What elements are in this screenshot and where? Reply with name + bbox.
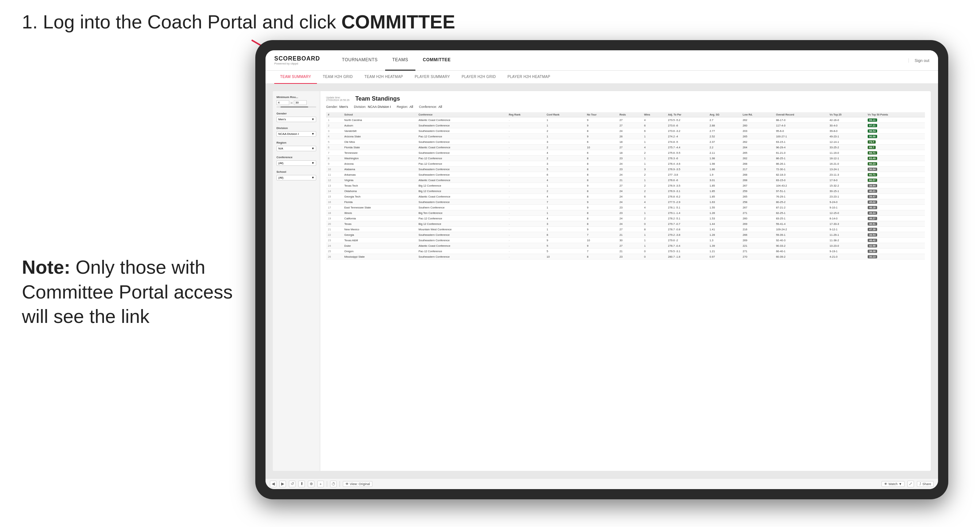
chevron-down-icon: ▼ (312, 162, 314, 165)
division-select[interactable]: NCAA Division I ▼ (277, 131, 316, 137)
cell-avg-sg: 1.85 (708, 189, 741, 194)
cell-vs50: 47.38 (866, 227, 925, 232)
cell-vs50: 48.42 (866, 238, 925, 243)
table-row[interactable]: 22 Georgia Southeastern Conference - 8 7… (326, 232, 925, 238)
add-icon[interactable]: + (317, 481, 324, 487)
cell-conf-rank: 4 (545, 194, 585, 199)
nav-committee[interactable]: COMMITTEE (415, 50, 458, 71)
cell-vs50: 68.71 (866, 150, 925, 156)
update-info: Update time: 27/03/2024 16:56:26 (326, 96, 349, 101)
conference-filter-label: Conference: (419, 105, 437, 109)
cell-rank: 4 (326, 134, 342, 139)
table-row[interactable]: 8 Washington Pac-12 Conference - 2 8 23 … (326, 156, 925, 161)
table-row[interactable]: 20 Texas Big 12 Conference - 3 8 24 0 27… (326, 221, 925, 227)
table-row[interactable]: 11 Arkansas Southeastern Conference - 6 … (326, 172, 925, 178)
table-row[interactable]: 12 Virginia Atlantic Coast Conference - … (326, 178, 925, 183)
conference-filter-value: All (438, 105, 442, 109)
table-row[interactable]: 18 Illinois Big Ten Conference - 1 8 23 … (326, 210, 925, 216)
back-icon[interactable]: ◀ (270, 481, 277, 487)
sign-out-button[interactable]: Sign out (908, 58, 929, 63)
table-row[interactable]: 14 Oklahoma Big 12 Conference - 2 8 24 2… (326, 189, 925, 194)
cell-no-tour: 8 (585, 194, 617, 199)
cell-vs25: 17-9-0 (828, 178, 866, 183)
gender-select[interactable]: Men's ▼ (277, 117, 316, 122)
cell-school: Ole Miss (342, 139, 417, 145)
cell-low: 265 (741, 134, 774, 139)
school-select[interactable]: (All) ▼ (277, 175, 316, 180)
cell-overall: 61-21-0 (774, 150, 828, 156)
table-row[interactable]: 4 Arizona State Pac-12 Conference - 1 9 … (326, 134, 925, 139)
sub-nav-team-h2h-grid[interactable]: TEAM H2H GRID (317, 71, 358, 84)
sub-nav-player-h2h-grid[interactable]: PLAYER H2H GRID (456, 71, 502, 84)
cell-rnds: 23 (617, 167, 642, 172)
share-button[interactable]: ⤴ Share (917, 481, 934, 487)
cell-wins: 4 (642, 145, 667, 150)
col-school: School (342, 112, 417, 117)
table-row[interactable]: 15 Georgia Tech Atlantic Coast Conferenc… (326, 194, 925, 199)
table-row[interactable]: 26 Mississippi State Southeastern Confer… (326, 254, 925, 259)
sub-nav-team-summary[interactable]: TEAM SUMMARY (274, 71, 317, 84)
table-row[interactable]: 7 Tennessee Southeastern Conference - 4 … (326, 150, 925, 156)
share-up-icon[interactable]: ⬆ (298, 481, 305, 487)
nav-tournaments[interactable]: TOURNAMENTS (335, 50, 385, 71)
clock-icon[interactable]: ⏱ (330, 481, 337, 487)
table-row[interactable]: 1 North Carolina Atlantic Coast Conferen… (326, 117, 925, 123)
cell-rank: 8 (326, 156, 342, 161)
table-row[interactable]: 6 Florida State Atlantic Coast Conferenc… (326, 145, 925, 150)
bookmark-icon[interactable]: ⊕ (308, 481, 314, 487)
table-row[interactable]: 24 Duke Atlantic Coast Conference - 5 9 … (326, 243, 925, 249)
share-label: Share (923, 482, 931, 486)
table-row[interactable]: 2 Auburn Southeastern Conference - 1 9 2… (326, 123, 925, 128)
cell-avg-sg: 1.85 (708, 183, 741, 189)
nav-teams[interactable]: TEAMS (385, 50, 416, 71)
table-row[interactable]: 5 Ole Miss Southeastern Conference - 3 6… (326, 139, 925, 145)
table-row[interactable]: 13 Texas Tech Big 12 Conference - 1 9 27… (326, 183, 925, 189)
table-row[interactable]: 9 Arizona Pac-12 Conference - 3 8 24 1 2… (326, 161, 925, 167)
table-row[interactable]: 10 Alabama Southeastern Conference - 5 8… (326, 167, 925, 172)
sub-nav-team-h2h-heatmap[interactable]: TEAM H2H HEATMAP (358, 71, 409, 84)
region-select[interactable]: N/A ▼ (277, 146, 316, 151)
cell-avg-sg: 1.21 (708, 249, 741, 254)
cell-vs25: 12-15-0 (828, 210, 866, 216)
cell-school: Georgia (342, 232, 417, 238)
cell-no-tour: 8 (585, 172, 617, 178)
cell-avg-sg: 2.37 (708, 139, 741, 145)
table-row[interactable]: 23 Texas A&M Southeastern Conference - 9… (326, 238, 925, 243)
min-rounds-min-input[interactable] (277, 100, 289, 105)
min-rounds-max-input[interactable] (294, 100, 307, 105)
cell-overall: 72-30-1 (774, 167, 828, 172)
sub-nav-player-h2h-heatmap[interactable]: PLAYER H2H HEATMAP (502, 71, 556, 84)
table-row[interactable]: 17 East Tennessee State Southern Confere… (326, 205, 925, 210)
cell-wins: 1 (642, 139, 667, 145)
sub-nav-player-summary[interactable]: PLAYER SUMMARY (409, 71, 456, 84)
forward-icon[interactable]: ▶ (279, 481, 286, 487)
cell-adj: 278.7 -0.8 (667, 227, 708, 232)
cell-wins: 2 (642, 216, 667, 221)
table-row[interactable]: 25 Oregon Pac-12 Conference - 5 7 21 0 2… (326, 249, 925, 254)
cell-conference: Big 12 Conference (417, 189, 507, 194)
cell-no-tour: 8 (585, 161, 617, 167)
conference-select[interactable]: (All) ▼ (277, 160, 316, 166)
table-row[interactable]: 3 Vanderbilt Southeastern Conference - 2… (326, 128, 925, 134)
cell-vs50: 99.11 (866, 117, 925, 123)
refresh-icon[interactable]: ↺ (289, 481, 296, 487)
cell-rank: 24 (326, 243, 342, 249)
table-row[interactable]: 19 California Pac-12 Conference - 4 8 24… (326, 216, 925, 221)
cell-conf-rank: 7 (545, 199, 585, 205)
cell-reg-rank: - (507, 167, 545, 172)
view-original-button[interactable]: 👁 View: Original (343, 481, 372, 487)
watch-button[interactable]: 👁 Watch ▼ (881, 481, 905, 487)
cell-overall: 86-25-1 (774, 156, 828, 161)
cell-vs25: 9-19-1 (828, 249, 866, 254)
cell-rank: 21 (326, 227, 342, 232)
cell-low: 217 (741, 167, 774, 172)
resize-icon[interactable]: ⤢ (907, 481, 914, 487)
cell-overall: 76-29-1 (774, 194, 828, 199)
cell-rank: 25 (326, 249, 342, 254)
cell-reg-rank: - (507, 189, 545, 194)
table-row[interactable]: 21 New Mexico Mountain West Conference -… (326, 227, 925, 232)
cell-no-tour: 9 (585, 227, 617, 232)
cell-adj: 279.1 -1.4 (667, 210, 708, 216)
table-row[interactable]: 16 Florida Southeastern Conference - 7 9… (326, 199, 925, 205)
cell-rnds: 21 (617, 178, 642, 183)
